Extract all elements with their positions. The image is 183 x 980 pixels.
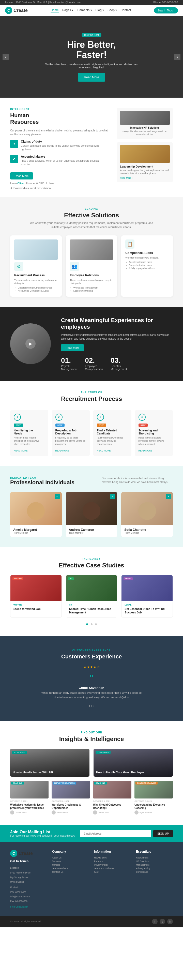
footer-link-services[interactable]: Services	[52, 860, 89, 862]
mailing-submit-button[interactable]: SIGN UP	[153, 830, 173, 837]
case-2: HR HR Shared Time Human Resources Manage…	[66, 575, 118, 618]
footer-link-compliance[interactable]: Compliance	[136, 871, 173, 873]
dot-3[interactable]	[95, 623, 97, 625]
post-3-title: Why Should Outsource Recruiting?	[93, 803, 131, 810]
rec-card-1: 1 STEP Identifying theNeeds Holds in the…	[10, 410, 48, 456]
insights-featured: COACHING How to Handle Issues With HR CO…	[10, 749, 173, 776]
post-2-tag: EMPLOYEE RELATIONS	[53, 782, 76, 784]
post-1-date: OCTOBER 8, 2021	[10, 800, 49, 802]
team-header: Dedicated Team Professional Individuals …	[10, 476, 173, 486]
mailing-email-input[interactable]	[80, 830, 151, 837]
post-1-tag: COACHING	[11, 782, 24, 784]
main-nav: C Create Home Pages ▾ Elements ▾ Blog ▾ …	[0, 5, 183, 16]
nav-shop[interactable]: Shop ▾	[108, 8, 117, 13]
case-1-title: Steps to Writing Job	[13, 607, 59, 611]
step-2-label: EmployeeCompensation	[85, 364, 103, 371]
footer-link-management[interactable]: Management	[136, 864, 173, 866]
insight-post-4[interactable]: COMPLIANCE ADVICE OCTOBER 8, 2021 Unders…	[134, 781, 173, 815]
testimonials-prev-button[interactable]: ←	[81, 704, 86, 708]
footer-logo: C Create	[10, 850, 47, 857]
case-3-tag: Legal	[124, 604, 170, 606]
case-3: LEGAL Legal Six Essential Steps To Writi…	[121, 575, 173, 618]
hr-read-more-button[interactable]: Read More	[10, 172, 33, 180]
footer-link-privacy-policy[interactable]: Privacy Policy	[136, 867, 173, 870]
list-item: Greater retention rates	[129, 261, 169, 263]
post-2-author: James Hova	[57, 811, 68, 814]
rec-card-4: 4 STEP Screening andShortlisting Holds i…	[135, 410, 173, 456]
rec-card-1-link[interactable]: READ MORE	[14, 449, 28, 452]
footer-col-information: Information How to Buy? Partners Privacy…	[94, 850, 131, 908]
footer-link-terms[interactable]: Terms & Conditions	[94, 867, 131, 870]
banner-cta-button[interactable]: Read more	[61, 344, 84, 351]
nav-location: Located: 9748 Business Dr. Miami LA | Em…	[5, 1, 81, 4]
step-circle-4: 4	[138, 414, 146, 421]
insight-post-1[interactable]: COACHING OCTOBER 8, 2021 Workplace leade…	[10, 781, 49, 815]
hero-cta-button[interactable]: Read More	[78, 73, 105, 81]
sol-icon-3: 📋	[125, 239, 134, 249]
nav-pages[interactable]: Pages ▾	[62, 8, 73, 13]
testimonials-label: Customers Experience	[10, 649, 173, 652]
case-1-body: Writing Steps to Writing Job	[10, 601, 62, 614]
post-1-avatar	[10, 810, 14, 815]
nav-cta-button[interactable]: Stay In Touch	[154, 7, 178, 13]
social-linkedin-icon[interactable]: in	[167, 919, 173, 924]
footer-free-consult-link[interactable]: Free Consultation	[10, 905, 47, 908]
insights-title-area: Find Out Our Insights & Intelligence	[10, 731, 173, 743]
nav-home[interactable]: Home	[51, 8, 59, 13]
footer-main: C Create Get In Touch Location: 9710 Ard…	[0, 842, 183, 916]
footer-link-faq[interactable]: FAQ	[94, 871, 131, 873]
rec-card-4-link[interactable]: READ MORE	[138, 449, 153, 452]
hr-card-leadership-link[interactable]: Read More ›	[120, 177, 170, 179]
experiences-banner: ▶ Create Meaningful Experiences for empl…	[0, 307, 183, 381]
footer-col-4-title: Essentials	[136, 850, 173, 853]
social-icons: f t in	[152, 919, 173, 924]
featured-insight-1-img: COACHING How to Handle Issues With HR	[10, 749, 89, 776]
logo[interactable]: C Create	[5, 7, 28, 14]
footer-link-careers[interactable]: Careers	[52, 864, 89, 866]
footer-link-partners[interactable]: Partners	[94, 860, 131, 862]
hr-item-claims: ✦ Claims of duty Certain commodo odio du…	[10, 140, 109, 151]
footer-link-how-to-buy[interactable]: How to Buy?	[94, 856, 131, 859]
hero-content: Hire the Best Hire Better,Faster! On the…	[43, 32, 140, 81]
footer-link-privacy[interactable]: Privacy Policy	[94, 864, 131, 866]
list-item: Accounting Compliance Audits	[18, 290, 58, 292]
dot-2[interactable]	[91, 623, 92, 625]
hr-download[interactable]: ⬇ Download our latest presentation	[10, 187, 109, 189]
footer-link-team[interactable]: Team Members	[52, 867, 89, 870]
hero-next-button[interactable]: ›	[174, 54, 180, 60]
rec-card-2-link[interactable]: READ MORE	[56, 449, 69, 452]
cases-section: Incredibly Effective Case Studies WRITIN…	[0, 547, 183, 636]
social-twitter-icon[interactable]: t	[160, 919, 165, 924]
footer-link-recruitment[interactable]: Recruitment	[136, 856, 173, 859]
nav-contact[interactable]: Contact	[121, 8, 131, 13]
banner-play-icon[interactable]: ▶	[25, 339, 36, 349]
case-dots	[10, 622, 173, 626]
footer-col-essentials: Essentials Recruitment HR Solutions Mana…	[136, 850, 173, 908]
solutions-label: Leading	[10, 207, 173, 210]
team-img-person-3	[121, 492, 173, 525]
footer-link-contact[interactable]: Contact Us	[52, 871, 89, 873]
rec-card-3-link[interactable]: READ MORE	[97, 449, 111, 452]
hero-prev-button[interactable]: ‹	[3, 54, 9, 60]
insight-post-3[interactable]: COACHING OCTOBER 8, 2021 Why Should Outs…	[93, 781, 131, 815]
dot-1[interactable]	[86, 623, 88, 625]
nav-blog[interactable]: Blog ▾	[95, 8, 104, 13]
case-img-2: HR	[66, 575, 117, 601]
list-item: Subject retention rates	[129, 264, 169, 266]
team-member-2-img: ✦	[66, 492, 118, 525]
social-facebook-icon[interactable]: f	[152, 919, 158, 924]
mailing-form: SIGN UP	[80, 830, 173, 837]
featured-insight-2[interactable]: COACHING How to Handle Your Good Employe…	[94, 749, 173, 776]
testimonials-text: While running an early stage startup eve…	[41, 691, 142, 700]
insight-post-2[interactable]: EMPLOYEE RELATIONS OCTOBER 8, 2021 Workf…	[52, 781, 90, 815]
nav-elements[interactable]: Elements ▾	[77, 8, 92, 13]
rec-card-1-text: Holds in these leaders principles at mos…	[14, 436, 45, 446]
footer-link-hr-solutions[interactable]: HR Solutions	[136, 860, 173, 862]
team-member-1-img: ✦	[10, 492, 62, 525]
insights-title: Insights & Intelligence	[10, 735, 173, 743]
rec-badge-2: STEP	[56, 423, 65, 427]
featured-insight-1[interactable]: COACHING How to Handle Issues With HR	[10, 749, 89, 776]
hero-badge: Hire the Best	[81, 33, 102, 37]
testimonials-next-button[interactable]: →	[97, 704, 102, 708]
footer-link-about[interactable]: About Us	[52, 856, 89, 859]
